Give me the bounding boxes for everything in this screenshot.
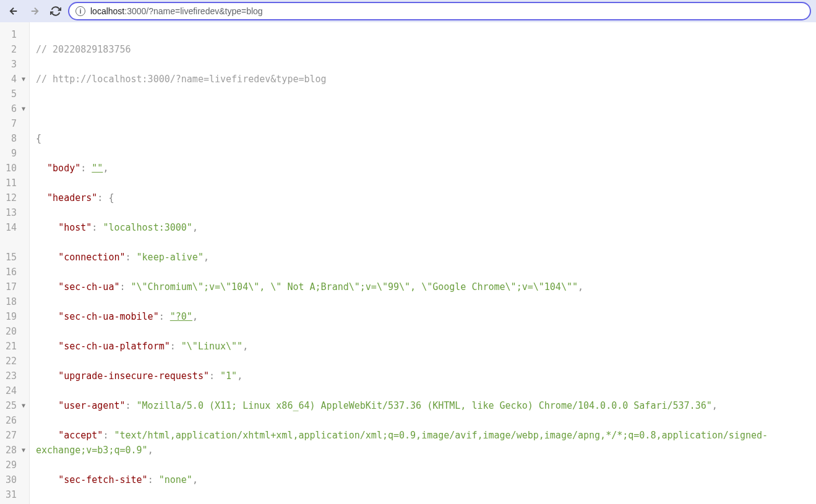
line-number: 24 [0, 383, 29, 398]
line-number: 21 [0, 339, 29, 354]
fold-toggle-icon[interactable]: ▼ [19, 72, 25, 87]
json-key: "headers" [47, 192, 97, 203]
line-number: 11 [0, 176, 29, 190]
back-button[interactable] [5, 2, 22, 20]
json-key: "body" [47, 163, 80, 174]
line-number: 8 [0, 131, 29, 146]
line-number: 1 [0, 27, 29, 42]
line-number: 22 [0, 354, 29, 369]
json-value: "1" [220, 370, 237, 382]
line-number: 17 [0, 280, 29, 294]
line-number: 23 [0, 369, 29, 383]
fold-toggle-icon[interactable]: ▼ [19, 443, 25, 458]
json-key: "sec-ch-ua-mobile" [58, 311, 159, 322]
brace: { [36, 133, 41, 144]
line-number: 25▼ [0, 398, 29, 413]
line-number: 15 [0, 250, 29, 265]
line-number: 6▼ [0, 101, 29, 116]
json-value: "\"Chromium\";v=\"104\", \" Not A;Brand\… [131, 281, 578, 293]
line-number: 2 [0, 42, 29, 57]
line-number: 3 [0, 57, 29, 72]
info-icon[interactable]: i [75, 6, 85, 16]
json-value: "keep-alive" [137, 252, 204, 263]
fold-toggle-icon[interactable]: ▼ [19, 101, 25, 116]
json-key: "sec-ch-ua" [58, 281, 119, 293]
json-value: "\"Linux\"" [181, 341, 243, 352]
json-value: "none" [159, 474, 192, 485]
line-number: 19 [0, 309, 29, 324]
arrow-right-icon [29, 6, 40, 17]
json-key: "accept" [58, 430, 103, 441]
line-gutter: 1234▼56▼78910111213141516171819202122232… [0, 22, 30, 504]
line-number: 20 [0, 324, 29, 339]
json-value: "" [92, 163, 103, 174]
line-number: 27 [0, 428, 29, 443]
line-number: 14 [0, 220, 29, 235]
line-number: 10 [0, 161, 29, 176]
code-editor: 1234▼56▼78910111213141516171819202122232… [0, 22, 816, 504]
line-number: 9 [0, 146, 29, 161]
json-key: "sec-fetch-site" [58, 474, 148, 485]
json-value: "Mozilla/5.0 (X11; Linux x86_64) AppleWe… [137, 400, 712, 411]
fold-toggle-icon[interactable]: ▼ [19, 398, 25, 413]
line-number: 5 [0, 87, 29, 101]
browser-toolbar: i localhost:3000/?name=livefiredev&type=… [0, 0, 816, 22]
line-number: 12 [0, 190, 29, 205]
line-number: 28▼ [0, 443, 29, 458]
line-number: 16 [0, 265, 29, 280]
comment-line: // http://localhost:3000/?name=livefired… [36, 74, 327, 85]
json-value: "localhost:3000" [103, 222, 192, 233]
reload-button[interactable] [47, 2, 64, 20]
comment-line: // 20220829183756 [36, 44, 131, 55]
reload-icon [50, 6, 61, 17]
json-key: "connection" [58, 252, 125, 263]
line-number: 26 [0, 413, 29, 428]
json-key: "user-agent" [58, 400, 125, 411]
forward-button[interactable] [26, 2, 43, 20]
code-content[interactable]: // 20220829183756 // http://localhost:30… [30, 22, 816, 504]
line-number: 7 [0, 116, 29, 131]
line-number: 4▼ [0, 72, 29, 87]
arrow-left-icon [8, 6, 19, 17]
json-key: "host" [58, 222, 92, 233]
json-value: "text/html,application/xhtml+xml,applica… [36, 430, 768, 456]
json-value: "?0" [170, 311, 192, 322]
line-number: 30 [0, 472, 29, 487]
url-bar[interactable]: i localhost:3000/?name=livefiredev&type=… [68, 2, 811, 20]
line-number: 13 [0, 205, 29, 220]
line-number: 31 [0, 487, 29, 502]
json-key: "upgrade-insecure-requests" [58, 370, 209, 382]
line-number: 18 [0, 294, 29, 309]
url-input[interactable]: localhost:3000/?name=livefiredev&type=bl… [90, 6, 804, 16]
line-number: 29 [0, 458, 29, 472]
json-key: "sec-ch-ua-platform" [58, 341, 170, 352]
